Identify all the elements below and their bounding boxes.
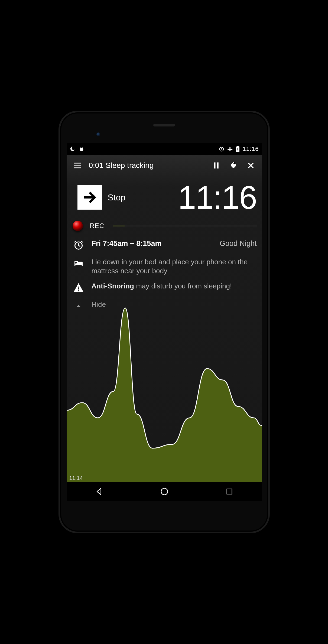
rec-indicator-icon (73, 221, 83, 231)
bed-icon (73, 258, 85, 269)
svg-rect-3 (237, 146, 239, 147)
alarm-row[interactable]: Fri 7:45am ~ 8:15am Good Night (73, 236, 257, 254)
screen: 11:16 0:01 Sleep tracking (67, 143, 262, 501)
rec-progress-fill (113, 226, 125, 226)
warning-row: Anti-Snoring may disturb you from sleepi… (73, 278, 257, 297)
instruction-row: Lie down in your bed and place your phon… (73, 254, 257, 278)
warning-text: Anti-Snoring may disturb you from sleepi… (92, 282, 257, 291)
status-right: 11:16 (219, 145, 259, 152)
rec-row: REC (67, 216, 262, 233)
lullaby-button[interactable] (228, 160, 239, 171)
hide-label: Hide (92, 300, 257, 309)
svg-rect-9 (227, 489, 232, 494)
status-time: 11:16 (242, 145, 259, 152)
hide-row[interactable]: Hide (73, 297, 257, 315)
rec-progress (113, 226, 257, 226)
status-left (69, 146, 85, 152)
rec-label: REC (90, 222, 106, 230)
android-status-bar: 11:16 (67, 143, 262, 155)
alarm-time: Fri 7:45am ~ 8:15am (92, 239, 162, 248)
close-button[interactable] (245, 160, 257, 171)
warning-rest: may disturb you from sleeping! (134, 282, 232, 290)
android-nav-bar (67, 482, 262, 501)
arrow-right-icon (77, 185, 102, 210)
moon-icon (69, 146, 75, 152)
stop-button[interactable]: Stop (77, 185, 126, 210)
pause-button[interactable] (210, 160, 222, 171)
clock-row: Stop 11:16 (67, 176, 262, 216)
camera-dot (96, 132, 100, 136)
warning-icon (73, 282, 85, 294)
chevron-up-icon (73, 300, 85, 312)
warning-bold: Anti-Snoring (92, 282, 134, 290)
sleep-chart (67, 293, 262, 482)
current-time: 11:16 (132, 181, 256, 214)
info-list: Fri 7:45am ~ 8:15am Good Night Lie down … (67, 233, 262, 315)
app-bar: 0:01 Sleep tracking (67, 155, 262, 176)
svg-point-0 (80, 148, 83, 151)
alarm-set-icon (219, 146, 225, 152)
app-title: 0:01 Sleep tracking (89, 161, 205, 170)
nav-home-button[interactable] (160, 487, 169, 496)
chart-start-time: 11:14 (69, 475, 83, 481)
airplane-mode-icon (227, 146, 233, 152)
svg-rect-4 (214, 162, 215, 169)
menu-button[interactable] (72, 160, 83, 171)
svg-point-8 (161, 488, 168, 495)
android-debug-icon (79, 146, 85, 152)
svg-rect-5 (217, 162, 218, 169)
nav-back-button[interactable] (95, 487, 103, 496)
alarm-greeting: Good Night (220, 239, 257, 248)
svg-point-6 (233, 163, 235, 164)
battery-charging-icon (236, 146, 240, 152)
nav-recent-button[interactable] (226, 488, 233, 495)
instruction-text: Lie down in your bed and place your phon… (92, 258, 257, 275)
alarm-clock-icon (73, 239, 85, 251)
phone-frame: 11:16 0:01 Sleep tracking (59, 111, 270, 533)
stop-label: Stop (108, 193, 126, 203)
